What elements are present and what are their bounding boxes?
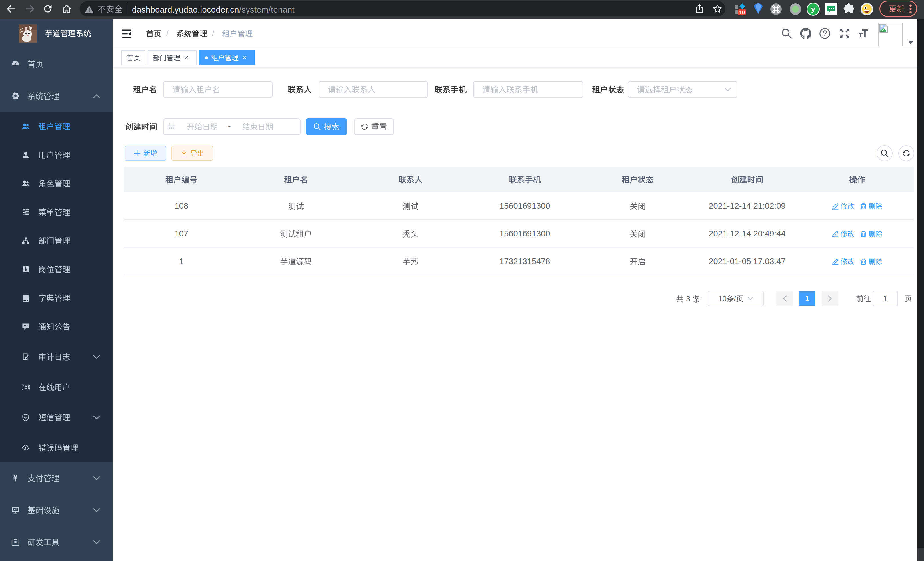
- svg-text:y: y: [811, 5, 815, 14]
- svg-text:10: 10: [739, 10, 745, 15]
